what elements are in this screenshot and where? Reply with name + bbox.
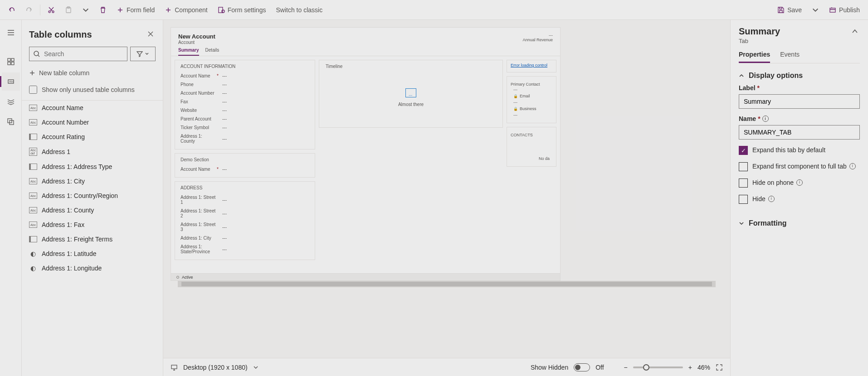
column-item[interactable]: Address 1: Address Type (22, 159, 163, 174)
close-columns-button[interactable] (146, 29, 156, 40)
save-dropdown[interactable] (807, 2, 824, 18)
column-item-label: Address 1: Freight Terms (42, 236, 112, 243)
column-item[interactable]: AbcdefAddress 1 (22, 144, 163, 159)
field-row[interactable]: Account Number--- (180, 89, 309, 97)
section-account-info[interactable]: ACCOUNT INFORMATION Account Name*---Phon… (175, 60, 315, 149)
info-icon[interactable]: i (768, 196, 775, 202)
business-val: --- (511, 112, 552, 118)
field-row[interactable]: Fax--- (180, 97, 309, 106)
column-item-label: Address 1: County (42, 207, 94, 214)
column-item[interactable]: ◐Address 1: Longitude (22, 261, 163, 275)
field-row[interactable]: Parent Account--- (180, 115, 309, 123)
info-icon[interactable]: i (796, 179, 803, 186)
delete-button[interactable] (95, 2, 111, 18)
field-row[interactable]: Address 1: State/Province--- (180, 242, 309, 256)
fit-icon[interactable] (716, 364, 723, 371)
zoom-plus[interactable]: + (688, 364, 692, 371)
canvas-horizontal-scrollbar[interactable] (178, 281, 716, 287)
hide-check[interactable]: Hide i (739, 195, 860, 204)
scrollbar-thumb[interactable] (181, 282, 712, 286)
column-item[interactable]: AbcAddress 1: City (22, 174, 163, 188)
hide-phone-check[interactable]: Hide on phone i (739, 178, 860, 188)
paste-button[interactable] (60, 2, 77, 18)
show-unused-checkbox-row[interactable]: Show only unused table columns (22, 81, 163, 100)
rail-tree-icon[interactable] (2, 92, 20, 111)
section-demo[interactable]: Demo Section Account Name*--- (175, 153, 315, 178)
field-row[interactable]: Account Name*--- (180, 72, 309, 80)
zoom-thumb[interactable] (643, 364, 649, 371)
form-settings-button[interactable]: Form settings (213, 2, 271, 18)
field-row[interactable]: Ticker Symbol--- (180, 123, 309, 132)
label-input[interactable] (739, 94, 860, 109)
form-canvas[interactable]: New Account Account --- Annual Revenue S… (171, 27, 561, 281)
column-item[interactable]: ◐Address 1: Latitude (22, 246, 163, 261)
undo-button[interactable] (4, 2, 20, 18)
form-tab-details[interactable]: Details (205, 48, 219, 56)
name-input[interactable] (739, 125, 860, 140)
viewport-label[interactable]: Desktop (1920 x 1080) (183, 364, 248, 371)
add-component-button[interactable]: Component (160, 2, 212, 18)
field-row[interactable]: Website--- (180, 106, 309, 115)
rail-hamburger[interactable] (2, 24, 20, 42)
section-address[interactable]: ADDRESS Address 1: Street 1---Address 1:… (175, 181, 315, 260)
section-timeline[interactable]: Timeline Almost there (319, 60, 503, 128)
column-list[interactable]: AbcAccount NameAbcAccount NumberAccount … (22, 100, 163, 376)
switch-classic-button[interactable]: Switch to classic (271, 2, 327, 18)
field-row[interactable]: Address 1: County--- (180, 132, 309, 145)
filter-button[interactable] (130, 47, 156, 61)
column-item[interactable]: AbcAccount Number (22, 115, 163, 130)
new-column-button[interactable]: New table column (22, 65, 163, 81)
field-row[interactable]: Address 1: Street 1--- (180, 193, 309, 207)
field-row[interactable]: Address 1: City--- (180, 234, 309, 242)
redo-button[interactable] (21, 2, 37, 18)
show-hidden-toggle[interactable] (574, 363, 590, 371)
expand-default-checkbox[interactable] (739, 146, 748, 155)
expand-first-checkbox[interactable] (739, 162, 748, 171)
prop-tab-events[interactable]: Events (780, 51, 800, 63)
collapse-panel-button[interactable] (850, 26, 860, 38)
column-item[interactable]: AbcAddress 1: County (22, 203, 163, 217)
info-icon[interactable]: i (849, 163, 856, 169)
publish-button[interactable]: Publish (824, 2, 864, 18)
field-row[interactable]: Address 1: Street 3--- (180, 220, 309, 234)
cut-button[interactable] (43, 2, 59, 18)
formatting-header[interactable]: Formatting (739, 219, 860, 227)
add-form-field-button[interactable]: Form field (112, 2, 159, 18)
chevron-down-icon[interactable] (253, 365, 258, 370)
column-item-label: Address 1: Longitude (42, 265, 102, 272)
column-item[interactable]: AbcAddress 1: Country/Region (22, 188, 163, 203)
error-link[interactable]: Error loading control (511, 63, 547, 67)
column-item[interactable]: Address 1: Freight Terms (22, 232, 163, 246)
label-field-label: Label* (739, 84, 860, 92)
field-row[interactable]: Address 1: Street 2--- (180, 207, 309, 220)
column-item[interactable]: AbcAddress 1: Fax (22, 217, 163, 232)
display-options-header[interactable]: Display options (739, 72, 860, 80)
prop-tab-properties[interactable]: Properties (739, 51, 770, 63)
side-primary-contact[interactable]: Primary Contact --- 🔒Email --- 🔒Business… (507, 76, 556, 123)
info-icon[interactable]: i (762, 116, 769, 122)
side-contacts[interactable]: CONTACTS No da (507, 127, 556, 167)
paste-dropdown[interactable] (78, 2, 94, 18)
side-error-card[interactable]: Error loading control (507, 60, 556, 72)
save-button[interactable]: Save (773, 2, 806, 18)
hide-phone-checkbox[interactable] (739, 178, 748, 188)
field-label: Address 1: Street 3 (180, 222, 217, 232)
zoom-minus[interactable]: − (624, 364, 628, 371)
canvas-scroll[interactable]: New Account Account --- Annual Revenue S… (163, 20, 730, 358)
expand-first-check[interactable]: Expand first component to full tab i (739, 162, 860, 171)
expand-default-check[interactable]: Expand this tab by default (739, 146, 860, 155)
rail-libraries-icon[interactable] (2, 112, 20, 130)
show-unused-checkbox[interactable] (29, 86, 37, 94)
status-dot (176, 276, 179, 279)
zoom-slider[interactable] (633, 366, 683, 368)
search-input[interactable] (44, 50, 123, 58)
column-item[interactable]: Account Rating (22, 130, 163, 144)
search-box[interactable] (29, 47, 127, 61)
field-row[interactable]: Account Name*--- (180, 165, 309, 174)
rail-columns-icon[interactable]: Abc (2, 72, 20, 91)
form-tab-summary[interactable]: Summary (178, 48, 199, 56)
column-item[interactable]: AbcAccount Name (22, 101, 163, 115)
hide-checkbox[interactable] (739, 195, 748, 204)
field-row[interactable]: Phone--- (180, 80, 309, 89)
rail-components-icon[interactable] (2, 53, 20, 71)
